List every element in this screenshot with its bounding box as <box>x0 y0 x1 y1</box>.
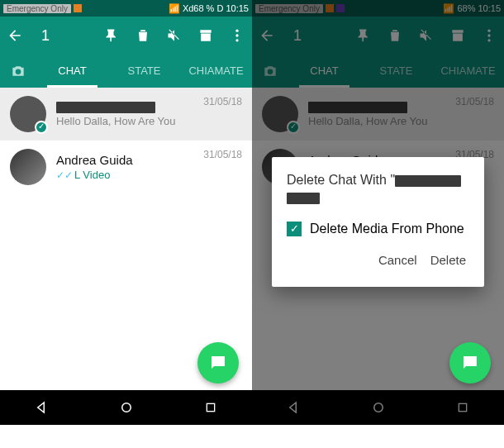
chat-date: 31/05/18 <box>203 96 242 107</box>
screen-right: Emergency Only 📶 68% 10:15 1 CHAT STATE <box>252 0 504 425</box>
nav-recent-icon[interactable] <box>204 401 217 414</box>
svg-point-2 <box>235 39 238 41</box>
cancel-button[interactable]: Cancel <box>375 248 421 272</box>
svg-rect-4 <box>207 403 214 411</box>
notif-icon <box>74 4 82 12</box>
camera-tab[interactable] <box>0 63 36 79</box>
chat-row[interactable]: Hello Dalla, How Are You 31/05/18 <box>0 88 252 141</box>
tab-state[interactable]: STATE <box>108 55 180 88</box>
nav-back-icon[interactable] <box>35 400 50 415</box>
svg-point-1 <box>235 34 238 36</box>
delete-dialog: Delete Chat With " ✓ Delete Media From P… <box>272 157 484 287</box>
redacted-name <box>287 193 320 204</box>
avatar <box>10 149 46 185</box>
back-icon[interactable] <box>7 27 23 44</box>
chat-row[interactable]: Andrea Guida ✓✓L Video 31/05/18 <box>0 141 252 193</box>
avatar <box>10 96 46 132</box>
mute-icon[interactable] <box>166 27 183 44</box>
new-chat-fab[interactable] <box>197 342 239 384</box>
redacted-name <box>395 175 461 187</box>
delete-button[interactable]: Delete <box>427 248 469 272</box>
svg-point-3 <box>122 403 131 412</box>
delete-icon[interactable] <box>135 27 151 44</box>
delete-media-row[interactable]: ✓ Delete Media From Phone <box>287 222 469 236</box>
status-center: Xd68 % D 10:15 <box>183 3 249 13</box>
selection-count: 1 <box>41 27 50 45</box>
svg-point-0 <box>235 30 238 32</box>
more-icon[interactable] <box>229 27 245 44</box>
chat-list: Hello Dalla, How Are You 31/05/18 Andrea… <box>0 88 252 193</box>
tab-calls[interactable]: CHIAMATE <box>180 55 252 88</box>
status-bar: Emergency Only 📶 Xd68 % D 10:15 <box>0 0 252 17</box>
emergency-label: Emergency Only <box>3 4 71 13</box>
chat-preview: Hello Dalla, How Are You <box>56 115 242 127</box>
selection-toolbar: 1 <box>0 17 252 55</box>
dialog-title: Delete Chat With " <box>287 172 469 207</box>
chat-preview: ✓✓L Video <box>56 169 242 181</box>
redacted-name <box>56 102 155 113</box>
new-chat-fab[interactable] <box>449 342 491 384</box>
read-ticks-icon: ✓✓ <box>56 169 73 181</box>
selected-check-icon <box>35 121 48 134</box>
screen-left: Emergency Only 📶 Xd68 % D 10:15 1 CHAT S… <box>0 0 252 425</box>
chat-date: 31/05/18 <box>203 149 242 160</box>
archive-icon[interactable] <box>197 27 214 44</box>
nav-home-icon[interactable] <box>119 400 134 415</box>
android-nav <box>0 390 252 425</box>
checkbox-label: Delete Media From Phone <box>310 222 464 236</box>
pin-icon[interactable] <box>103 27 120 44</box>
tab-chat[interactable]: CHAT <box>36 55 108 88</box>
signal-icon: 📶 <box>169 3 180 14</box>
tab-bar: CHAT STATE CHIAMATE <box>0 55 252 88</box>
checkbox-icon[interactable]: ✓ <box>287 222 302 236</box>
